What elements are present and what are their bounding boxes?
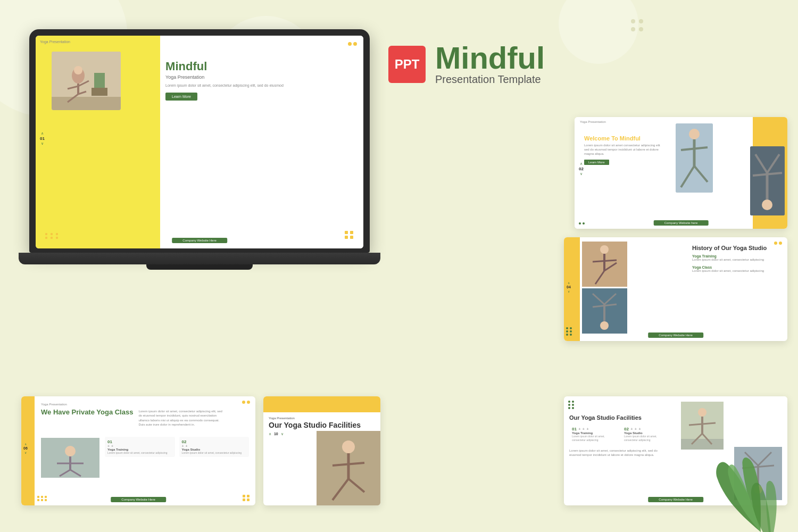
brand-header: PPT Mindful Presentation Template <box>388 43 545 86</box>
slide-5-label: Yoga Presentation <box>263 412 380 421</box>
slide-4-card1-num: 01 <box>107 439 172 444</box>
slide-4-desc: Lorem ipsum dolor sit amet, consectetur … <box>138 408 223 427</box>
slide-2-label: Yoga Presentation <box>580 120 606 123</box>
svg-rect-49 <box>681 439 724 450</box>
slide-6-right <box>676 396 787 505</box>
slide-3-right: History of Our Yoga Studio Yoga Training… <box>687 237 787 341</box>
slide-1-label: Yoga Presentation <box>40 40 70 44</box>
brand-title: Mindful <box>435 43 545 73</box>
slide-4-nav: ∧ 06 ∨ <box>23 442 28 454</box>
slide-2-img2 <box>750 146 785 215</box>
slide-1-content: Yoga Presentation ∧ 01 ∨ <box>36 36 363 248</box>
slide-4-footer: Company Website Here <box>111 497 166 502</box>
svg-point-43 <box>342 440 355 453</box>
laptop-foot <box>146 264 253 270</box>
slide-6-card2-num: 02 <box>624 427 629 431</box>
slide-4-layout: ∧ 06 ∨ Yoga Presentation We Have Private… <box>21 396 255 505</box>
slide-2-top-dots <box>774 121 782 124</box>
slide-4-card2-desc: Lorem ipsum dolor sit amet, consectetur … <box>182 451 247 454</box>
slide-6-card2-desc: Lorem ipsum dolor sit amet, consectetur … <box>624 435 668 442</box>
svg-rect-2 <box>52 97 121 110</box>
slide-4-title-block: We Have Private Yoga Class <box>41 408 133 427</box>
slide-1-subtitle: Yoga Presentation <box>165 74 353 80</box>
slide-6-top-dots <box>568 401 575 409</box>
svg-point-56 <box>754 485 762 494</box>
slide-2-img1 <box>676 123 713 193</box>
slide-1-title: Mindful <box>165 60 353 73</box>
svg-rect-3 <box>94 73 105 89</box>
laptop-mockup: Yoga Presentation ∧ 01 ∨ <box>29 29 370 285</box>
slide-4-title: We Have Private Yoga Class <box>41 408 133 417</box>
brand-subtitle: Presentation Template <box>435 73 545 86</box>
slide-6-card1-desc: Lorem ipsum dolor sit amet, consectetur … <box>572 435 616 442</box>
slide-6-card-1: 01 + + + Yoga Training Lorem ipsum dolor… <box>569 424 618 444</box>
top-right-dots <box>348 42 357 46</box>
nav-down-icon: ∨ <box>41 142 44 146</box>
slide-3-dots <box>566 327 572 336</box>
slide-6-thumb: Our Yoga Studio Facilities 01 + + + Yoga… <box>564 396 787 505</box>
slide-4-card2-num: 02 <box>182 439 247 444</box>
svg-point-25 <box>600 245 609 254</box>
svg-point-13 <box>689 129 700 139</box>
slide-2-title: Welcome To Mindful <box>584 135 665 142</box>
card2-plus-icons: + + <box>182 444 247 448</box>
svg-point-11 <box>74 66 82 74</box>
laptop-base <box>19 253 380 264</box>
slide-6-desc: Lorem ipsum dolor sit amet, consectetur … <box>569 448 670 458</box>
slide-3-nav: ∧ 04 ∨ <box>567 281 571 293</box>
laptop-screen: Yoga Presentation ∧ 01 ∨ <box>36 36 363 248</box>
slide-6-footer: Company Website Here <box>648 497 703 502</box>
slide-2-footer: Company Website here <box>654 220 709 226</box>
slide-2-right <box>670 117 787 229</box>
slide-4-card1-desc: Lorem ipsum dolor sit amet, consectetur … <box>107 451 172 454</box>
slide-2-learn-more[interactable]: Learn More <box>584 160 609 165</box>
slide-1-num: 01 <box>40 136 45 141</box>
slide-3-title: History of Our Yoga Studio <box>692 245 782 251</box>
slide-5-image <box>317 431 380 505</box>
bottom-right-dots <box>345 231 354 239</box>
slide-4-image <box>41 438 99 478</box>
card1-plus-icons: + + <box>107 444 172 448</box>
slide-4-bottom: 01 + + Yoga Training Lorem ipsum dolor s… <box>41 433 249 478</box>
slide-6-img2 <box>734 447 782 500</box>
svg-point-37 <box>65 446 76 456</box>
slide-1-image <box>52 52 121 110</box>
slide-4-content: Yoga Presentation We Have Private Yoga C… <box>35 396 255 505</box>
slide-2-left: Yoga Presentation ∧ 02 ∨ Welcome To Mind… <box>575 117 670 229</box>
slide-2-desc: Lorem ipsum dolor sit amet consectetur a… <box>584 144 665 156</box>
svg-rect-4 <box>92 88 107 96</box>
slide-6-layout: Our Yoga Studio Facilities 01 + + + Yoga… <box>564 396 787 505</box>
slide-4-label: Yoga Presentation <box>41 403 249 406</box>
brand-text: Mindful Presentation Template <box>435 43 545 86</box>
slide-3-section1-desc: Lorem ipsum dolor sit amet, consectetur … <box>692 258 782 262</box>
slide-3-section2-title: Yoga Class <box>692 265 782 269</box>
slide-6-left: Our Yoga Studio Facilities 01 + + + Yoga… <box>564 396 676 505</box>
card1-header: 01 + + + <box>572 427 616 431</box>
learn-more-btn-1[interactable]: Learn More <box>165 93 197 101</box>
slide-1-desc: Lorem ipsum dolor sit amet, consectetur … <box>165 83 353 88</box>
slide-6-card-2: 02 + + + Yoga Studio Lorem ipsum dolor s… <box>621 424 670 444</box>
slide-5-yellow-top <box>263 396 380 412</box>
slide-5-title: Our Yoga Studio Facilities <box>263 421 380 430</box>
slide-3-images <box>580 237 629 341</box>
slide-3-left: ∧ 04 ∨ <box>564 237 687 341</box>
slide-3-layout: ∧ 04 ∨ <box>564 237 787 341</box>
slide-3-section2-desc: Lorem ipsum dolor sit amet, consectetur … <box>692 269 782 273</box>
slide-2-nav: ∧ 02 ∨ <box>579 162 584 176</box>
slide-3-thumb: ∧ 04 ∨ <box>564 237 787 341</box>
laptop-screen-outer: Yoga Presentation ∧ 01 ∨ <box>29 29 370 253</box>
top-right-decoration <box>628 16 649 37</box>
svg-point-63 <box>631 27 635 31</box>
slide-5-thumb: Yoga Presentation Our Yoga Studio Facili… <box>263 396 380 505</box>
slide-4-top-dots <box>242 401 250 404</box>
slide-3-img2 <box>582 288 627 334</box>
svg-point-31 <box>600 321 609 330</box>
slide-6-cards: 01 + + + Yoga Training Lorem ipsum dolor… <box>569 424 670 444</box>
slide-3-yellow: ∧ 04 ∨ <box>564 237 580 341</box>
svg-point-61 <box>631 19 635 23</box>
bottom-dots <box>45 233 60 239</box>
slide-4-card-1: 01 + + Yoga Training Lorem ipsum dolor s… <box>105 437 175 457</box>
svg-point-50 <box>698 408 706 417</box>
svg-point-62 <box>639 19 643 23</box>
slide-2-thumb: Yoga Presentation ∧ 02 ∨ Welcome To Mind… <box>575 117 787 229</box>
